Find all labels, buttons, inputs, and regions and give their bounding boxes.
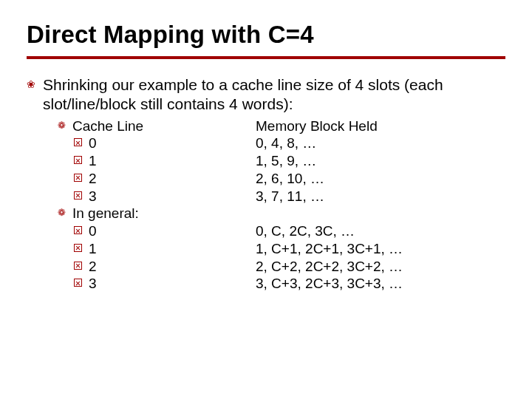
memory-block-value: 3, 7, 11, …	[256, 188, 505, 205]
table-row: 0 0, C, 2C, 3C, …	[27, 222, 505, 240]
memory-block-value: 1, 5, 9, …	[256, 152, 505, 170]
box-x-icon	[74, 275, 89, 293]
cache-line-value: 3	[89, 275, 97, 293]
memory-block-value: 1, C+1, 2C+1, 3C+1, …	[256, 240, 505, 258]
table-row: 1 1, C+1, 2C+1, 3C+1, …	[27, 240, 505, 258]
table-row: 1 1, 5, 9, …	[27, 152, 505, 170]
box-x-icon	[74, 152, 89, 170]
slide: Direct Mapping with C=4 ❀ Shrinking our …	[0, 0, 532, 399]
zapf-bullet-icon: ❀	[27, 75, 43, 115]
cache-line-header-text: Cache Line	[72, 117, 143, 135]
zapf-bullet-icon: ❁	[58, 205, 72, 222]
section1-header-row: ❁ Cache Line Memory Block Held	[27, 117, 505, 135]
box-x-icon	[74, 188, 89, 205]
cache-line-value: 0	[89, 222, 97, 240]
zapf-bullet-icon: ❁	[58, 117, 72, 135]
cache-line-value: 2	[89, 258, 97, 276]
memory-block-value: 3, C+3, 2C+3, 3C+3, …	[256, 275, 505, 293]
memory-block-value: 2, 6, 10, …	[256, 170, 505, 188]
memory-block-header-text: Memory Block Held	[256, 117, 505, 135]
intro-text: Shrinking our example to a cache line si…	[43, 75, 505, 115]
cache-line-value: 3	[89, 188, 97, 205]
cache-line-header: ❁ Cache Line	[58, 117, 256, 135]
in-general-header: ❁ In general:	[58, 205, 256, 222]
slide-content: ❀ Shrinking our example to a cache line …	[27, 75, 505, 293]
table-row: 0 0, 4, 8, …	[27, 134, 505, 152]
table-row: 3 3, C+3, 2C+3, 3C+3, …	[27, 275, 505, 293]
box-x-icon	[74, 258, 89, 276]
memory-block-value: 2, C+2, 2C+2, 3C+2, …	[256, 258, 505, 276]
cache-line-value: 1	[89, 152, 97, 170]
table-row: 2 2, C+2, 2C+2, 3C+2, …	[27, 258, 505, 276]
section2-header-row: ❁ In general:	[27, 205, 505, 222]
cache-line-value: 2	[89, 170, 97, 188]
title-rule	[27, 56, 505, 59]
box-x-icon	[74, 222, 89, 240]
in-general-header-text: In general:	[72, 205, 139, 222]
memory-block-value: 0, C, 2C, 3C, …	[256, 222, 505, 240]
box-x-icon	[74, 134, 89, 152]
cache-line-value: 1	[89, 240, 97, 258]
slide-title: Direct Mapping with C=4	[27, 21, 505, 49]
box-x-icon	[74, 240, 89, 258]
memory-block-value: 0, 4, 8, …	[256, 134, 505, 152]
box-x-icon	[74, 170, 89, 188]
table-row: 2 2, 6, 10, …	[27, 170, 505, 188]
cache-line-value: 0	[89, 134, 97, 152]
intro-bullet: ❀ Shrinking our example to a cache line …	[27, 75, 505, 115]
table-row: 3 3, 7, 11, …	[27, 188, 505, 205]
